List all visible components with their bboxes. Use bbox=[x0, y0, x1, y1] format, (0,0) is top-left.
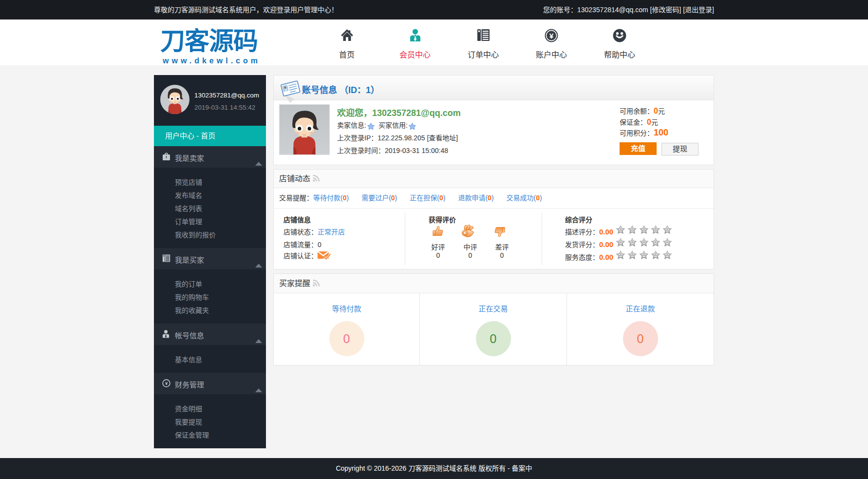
svg-text:¥: ¥ bbox=[165, 381, 168, 386]
svg-text:¥: ¥ bbox=[549, 32, 554, 40]
